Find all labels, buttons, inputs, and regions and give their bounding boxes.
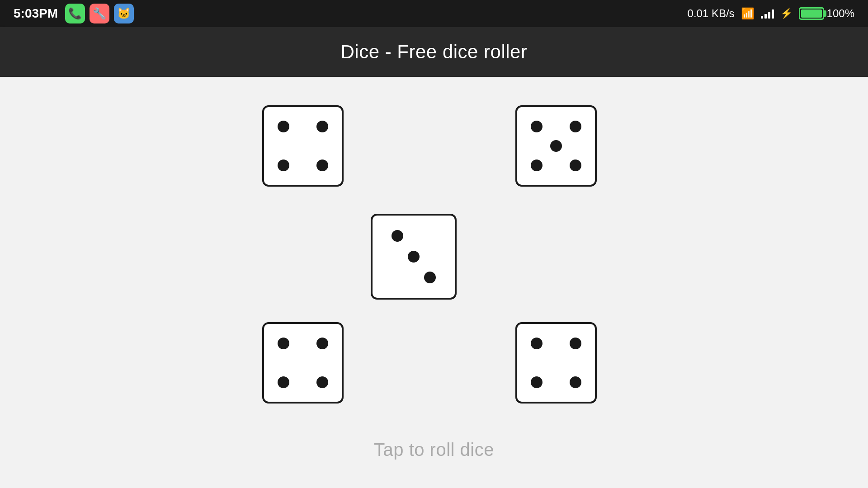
dot bbox=[408, 251, 420, 263]
die-bot-left[interactable] bbox=[262, 322, 344, 404]
dot bbox=[424, 272, 436, 283]
dot bbox=[531, 160, 542, 171]
dot bbox=[531, 376, 542, 388]
network-speed: 0.01 KB/s bbox=[688, 7, 735, 20]
app-title: Dice - Free dice roller bbox=[341, 41, 528, 63]
battery-percent: 100% bbox=[827, 7, 854, 20]
die-bot-right[interactable] bbox=[515, 322, 597, 404]
die-top-left[interactable] bbox=[262, 105, 344, 187]
app-header: Dice - Free dice roller bbox=[0, 27, 868, 77]
other2-app-icon: 🐱 bbox=[114, 4, 134, 23]
tap-instruction: Tap to roll dice bbox=[374, 440, 494, 460]
dot bbox=[570, 338, 581, 349]
dice-grid bbox=[262, 105, 606, 413]
dot bbox=[570, 121, 581, 132]
dot bbox=[316, 121, 328, 132]
dot bbox=[531, 121, 542, 132]
battery-icon bbox=[799, 7, 824, 20]
charge-icon: ⚡ bbox=[780, 8, 793, 19]
dot bbox=[316, 160, 328, 171]
status-bar-left: 5:03PM 📞 🔧 🐱 bbox=[14, 4, 134, 23]
other1-app-icon: 🔧 bbox=[90, 4, 109, 23]
dot bbox=[278, 160, 289, 171]
status-bar-right: 0.01 KB/s 📶 ⚡ 100% bbox=[688, 7, 854, 20]
phone-app-icon: 📞 bbox=[65, 4, 85, 23]
battery-indicator: 100% bbox=[799, 7, 854, 20]
dot bbox=[550, 140, 562, 152]
dot bbox=[278, 338, 289, 349]
dot bbox=[278, 121, 289, 132]
dot bbox=[316, 338, 328, 349]
dot bbox=[392, 230, 403, 242]
status-time: 5:03PM bbox=[14, 6, 58, 21]
main-content[interactable]: Tap to roll dice bbox=[0, 77, 868, 488]
status-bar: 5:03PM 📞 🔧 🐱 0.01 KB/s 📶 ⚡ 100% bbox=[0, 0, 868, 27]
signal-icon bbox=[761, 9, 774, 19]
dot bbox=[278, 376, 289, 388]
status-app-icons: 📞 🔧 🐱 bbox=[65, 4, 134, 23]
dot bbox=[531, 338, 542, 349]
die-top-right[interactable] bbox=[515, 105, 597, 187]
wifi-icon: 📶 bbox=[741, 7, 755, 20]
dot bbox=[570, 376, 581, 388]
dot bbox=[570, 160, 581, 171]
dot bbox=[316, 376, 328, 388]
die-center[interactable] bbox=[371, 214, 457, 300]
